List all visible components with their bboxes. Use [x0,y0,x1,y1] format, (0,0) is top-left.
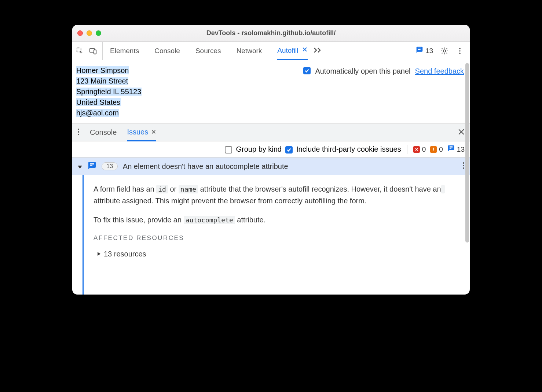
drawer-tab-console[interactable]: Console [90,124,117,141]
close-drawer-icon[interactable] [458,128,465,137]
address-name: Homer Simpson [76,66,129,74]
affected-resources-header: Affected Resources [94,233,459,243]
svg-point-9 [78,134,79,135]
issues-count: 13 [425,47,433,55]
tab-autofill[interactable]: Autofill [277,42,308,60]
maximize-window-button[interactable] [96,30,101,36]
minimize-window-button[interactable] [87,30,92,36]
main-toolbar: Elements Console Sources Network Autofil… [72,42,470,60]
drawer-more-icon[interactable] [77,128,80,137]
svg-rect-2 [94,50,96,54]
devtools-window: DevTools - rsolomakhin.github.io/autofil… [72,25,470,295]
inspect-element-icon[interactable] [76,47,84,55]
issue-title: An element doesn't have an autocomplete … [123,162,288,171]
autofill-address: Homer Simpson 123 Main Street Springfiel… [76,65,142,118]
window-title: DevTools - rsolomakhin.github.io/autofil… [72,29,470,37]
third-party-label: Include third-party cookie issues [296,145,401,154]
svg-point-3 [443,49,446,52]
svg-point-11 [463,165,464,166]
issue-description: A form field has an id or name attribute… [94,175,470,295]
issues-toolbar: Group by kind Include third-party cookie… [72,141,470,158]
collapse-triangle-icon[interactable] [77,162,83,171]
more-options-icon[interactable] [456,47,464,55]
error-icon [413,146,420,153]
svg-point-12 [463,167,464,169]
warning-icon: ! [430,146,437,153]
issue-more-icon[interactable] [462,162,465,171]
main-tabs: Elements Console Sources Network Autofil… [110,42,308,60]
drawer-tab-issues-label: Issues [127,128,148,136]
more-tabs-icon[interactable] [314,47,322,55]
issue-body: A form field has an id or name attribute… [72,175,470,295]
address-street: 123 Main Street [76,77,128,85]
send-feedback-link[interactable]: Send feedback [415,66,464,77]
content-area: Homer Simpson 123 Main Street Springfiel… [72,60,470,295]
autofill-controls: Automatically open this panel Send feedb… [303,65,464,118]
resources-toggle[interactable]: 13 resources [94,248,459,260]
issue-count-pill: 13 [102,162,118,170]
svg-point-7 [78,129,79,130]
device-toggle-icon[interactable] [89,47,97,55]
titlebar: DevTools - rsolomakhin.github.io/autofil… [72,25,470,42]
info-icon [447,145,455,154]
issue-row[interactable]: 13 An element doesn't have an autocomple… [72,158,470,175]
issue-message-icon [88,161,96,172]
close-drawer-tab-icon[interactable] [151,128,156,136]
auto-open-label: Automatically open this panel [315,66,410,77]
third-party-checkbox[interactable] [285,146,293,154]
traffic-lights [77,30,101,36]
drawer-tab-issues[interactable]: Issues [127,124,156,141]
svg-point-10 [463,162,464,164]
issue-gutter [72,175,94,295]
tab-console[interactable]: Console [154,42,180,60]
code-name: name [179,185,198,193]
tab-sources[interactable]: Sources [195,42,221,60]
tab-autofill-label: Autofill [277,47,298,55]
warning-count: 0 [439,145,443,154]
svg-point-8 [78,131,79,133]
close-tab-icon[interactable] [302,47,308,54]
svg-point-4 [459,48,461,49]
code-id: id [156,185,168,193]
close-window-button[interactable] [77,30,83,36]
tab-network[interactable]: Network [237,42,262,60]
settings-gear-icon[interactable] [440,47,448,55]
resources-count-label: 13 resources [104,248,146,260]
tab-elements[interactable]: Elements [110,42,139,60]
error-count: 0 [422,145,426,154]
address-email: hjs@aol.com [76,109,119,117]
svg-point-5 [459,50,461,52]
svg-point-6 [459,52,461,54]
code-autocomplete-1 [441,185,445,193]
address-city-state-zip: Springfield IL 55123 [76,88,142,96]
scrollbar[interactable] [465,63,469,246]
auto-open-checkbox[interactable] [303,67,311,74]
group-by-kind-checkbox[interactable] [225,146,232,154]
group-by-kind-label: Group by kind [236,145,282,154]
code-autocomplete-2: autocomplete [184,216,235,224]
scrollbar-thumb[interactable] [465,63,469,243]
drawer-tabs: Console Issues [72,124,470,141]
issue-counts: 0 ! 0 13 [413,145,465,154]
autofill-panel: Homer Simpson 123 Main Street Springfiel… [72,60,470,124]
address-country: United States [76,98,121,106]
info-count: 13 [457,145,465,154]
issues-badge[interactable]: 13 [416,46,433,55]
message-icon [416,46,423,55]
